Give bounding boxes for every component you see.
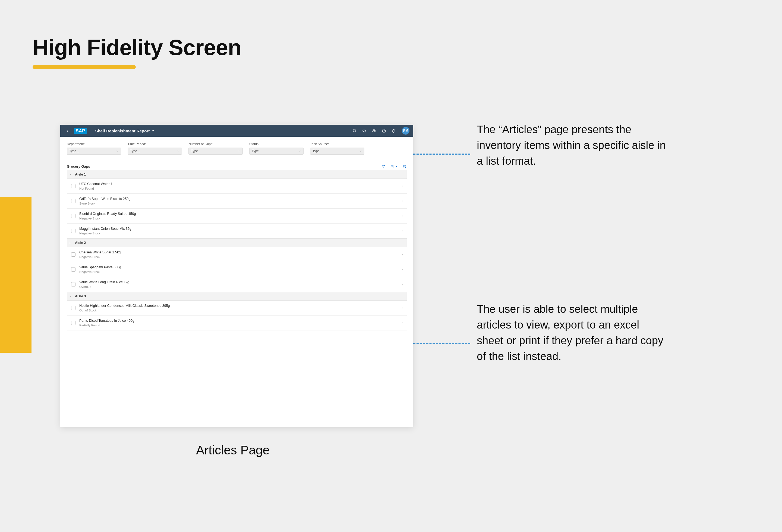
svg-point-1 — [353, 129, 356, 132]
item-title: Griffin's Super Wine Biscuits 250g — [79, 197, 397, 201]
filter-select[interactable]: Type... — [188, 148, 243, 155]
item-title: Bluebird Originals Ready Salted 150g — [79, 212, 397, 216]
list-item[interactable]: Nestle Highlander Condensed Milk Classic… — [67, 301, 407, 315]
item-checkbox[interactable] — [71, 321, 75, 325]
filter-button[interactable] — [382, 165, 385, 168]
item-status: Partially Found — [79, 324, 397, 327]
filter-value: Type... — [313, 149, 322, 153]
item-checkbox[interactable] — [71, 267, 75, 272]
chevron-right-icon — [401, 268, 404, 271]
help-icon — [382, 128, 386, 133]
svg-point-3 — [372, 130, 374, 132]
megaphone-icon — [362, 128, 366, 133]
export-button[interactable] — [390, 165, 398, 168]
group-header[interactable]: Aisle 2 — [67, 238, 407, 247]
screen-caption: Articles Page — [196, 443, 270, 457]
filter-label: Department: — [67, 142, 121, 146]
page-heading-block: High Fidelity Screen — [33, 35, 241, 69]
bell-icon — [392, 128, 396, 133]
filter-select[interactable]: Type... — [310, 148, 364, 155]
svg-marker-0 — [152, 130, 154, 131]
filters-row: Department:Type...Time Period:Type...Num… — [60, 137, 413, 157]
group-header[interactable]: Aisle 3 — [67, 292, 407, 301]
item-title: Nestle Highlander Condensed Milk Classic… — [79, 304, 397, 308]
list-item[interactable]: Griffin's Super Wine Biscuits 250gStore … — [67, 194, 407, 208]
list-header: Grocery Gaps — [67, 163, 407, 170]
filter-label: Status: — [249, 142, 304, 146]
item-text: Griffin's Super Wine Biscuits 250gStore … — [79, 197, 397, 205]
item-title: UFC Coconut Water 1L — [79, 182, 397, 186]
item-title: Chelsea White Sugar 1.5kg — [79, 251, 397, 254]
filter-select[interactable]: Type... — [128, 148, 182, 155]
list-item[interactable]: UFC Coconut Water 1LNot Found — [67, 179, 407, 194]
chevron-right-icon — [69, 295, 72, 298]
print-icon — [403, 164, 407, 168]
item-status: Out of Stock — [79, 309, 397, 312]
notifications-button[interactable] — [390, 127, 397, 134]
chevron-down-icon — [359, 150, 362, 152]
back-button[interactable] — [64, 127, 71, 134]
avatar[interactable]: RM — [402, 127, 410, 135]
chevron-down-icon — [396, 165, 398, 168]
connector-line-top — [413, 154, 470, 155]
print-button[interactable] — [403, 164, 407, 168]
export-icon — [390, 165, 394, 168]
chevron-right-icon — [69, 174, 72, 176]
chevron-down-icon — [177, 150, 179, 152]
list-item[interactable]: Value Spaghetti Pasta 500gNegative Stock — [67, 262, 407, 277]
chevron-down-icon — [298, 150, 301, 152]
filter-0: Department:Type... — [67, 142, 121, 155]
item-checkbox[interactable] — [71, 184, 75, 188]
search-button[interactable] — [351, 127, 358, 134]
chevron-left-icon — [65, 129, 69, 132]
item-checkbox[interactable] — [71, 199, 75, 203]
filter-value: Type... — [252, 149, 261, 153]
title-underline — [33, 65, 136, 69]
list-item[interactable]: Maggi Instant Onion Soup Mix 32gNegative… — [67, 224, 407, 238]
list-item[interactable]: Pams Diced Tomatoes In Juice 400gPartial… — [67, 315, 407, 331]
chevron-right-icon — [401, 215, 404, 217]
help-button[interactable] — [381, 127, 387, 134]
list-area: Grocery Gaps Aisle 1UFC Coconut Water 1L… — [60, 157, 413, 331]
list-actions — [382, 164, 407, 168]
group-name: Aisle 3 — [75, 294, 86, 298]
list-item[interactable]: Bluebird Originals Ready Salted 150gNega… — [67, 208, 407, 224]
group-name: Aisle 2 — [75, 241, 86, 245]
section-title: Grocery Gaps — [67, 164, 90, 168]
item-title: Value Spaghetti Pasta 500g — [79, 265, 397, 269]
item-title: Maggi Instant Onion Soup Mix 32g — [79, 227, 397, 231]
list-item[interactable]: Value White Long Grain Rice 1kgOverdue — [67, 277, 407, 292]
item-checkbox[interactable] — [71, 252, 75, 257]
binoculars-button[interactable] — [371, 127, 378, 134]
feedback-button[interactable] — [361, 127, 368, 134]
item-text: Pams Diced Tomatoes In Juice 400gPartial… — [79, 319, 397, 327]
decorative-yellow-block — [0, 197, 32, 353]
item-checkbox[interactable] — [71, 306, 75, 310]
chevron-right-icon — [401, 185, 404, 187]
list-body: Aisle 1UFC Coconut Water 1LNot FoundGrif… — [67, 170, 407, 331]
filter-select[interactable]: Type... — [249, 148, 304, 155]
binoculars-icon — [372, 128, 376, 133]
chevron-right-icon — [401, 307, 404, 309]
page-title: High Fidelity Screen — [33, 35, 241, 60]
filter-1: Time Period:Type... — [128, 142, 182, 155]
item-text: Maggi Instant Onion Soup Mix 32gNegative… — [79, 227, 397, 235]
chevron-right-icon — [401, 253, 404, 256]
chevron-down-icon — [116, 150, 119, 152]
app-window: SAP Shelf Replenishment Report RM Depart… — [60, 125, 413, 427]
item-status: Store Block — [79, 202, 397, 205]
annotation-articles-description: The “Articles” page presents the invento… — [477, 121, 667, 169]
group-header[interactable]: Aisle 1 — [67, 170, 407, 179]
filter-label: Time Period: — [128, 142, 182, 146]
item-checkbox[interactable] — [71, 282, 75, 287]
list-item[interactable]: Chelsea White Sugar 1.5kgNegative Stock — [67, 247, 407, 262]
item-text: Chelsea White Sugar 1.5kgNegative Stock — [79, 251, 397, 259]
item-checkbox[interactable] — [71, 214, 75, 218]
app-title-dropdown[interactable]: Shelf Replenishment Report — [95, 128, 154, 133]
item-checkbox[interactable] — [71, 229, 75, 233]
filter-value: Type... — [69, 149, 79, 153]
filter-3: Status:Type... — [249, 142, 304, 155]
filter-4: Task Source:Type... — [310, 142, 364, 155]
filter-select[interactable]: Type... — [67, 148, 121, 155]
item-status: Negative Stock — [79, 232, 397, 235]
